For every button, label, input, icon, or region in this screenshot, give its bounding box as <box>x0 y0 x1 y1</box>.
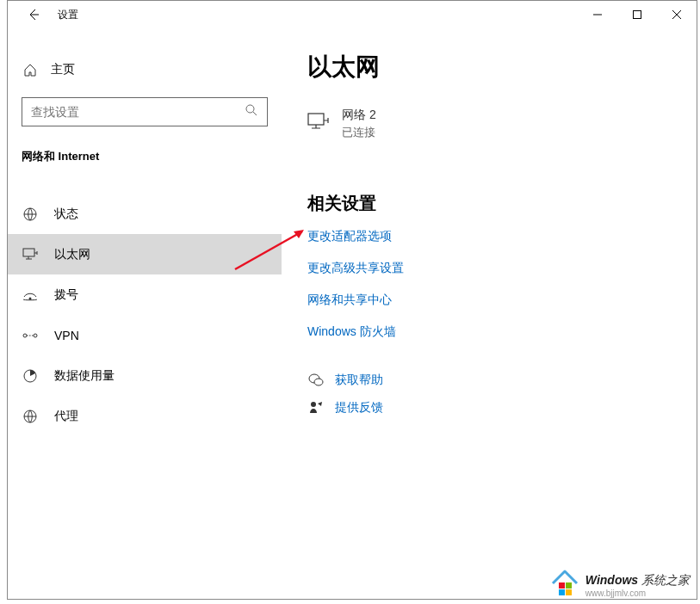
data-usage-icon <box>22 369 39 383</box>
watermark-title: Windows 系统之家 <box>585 573 690 589</box>
sidebar-item-label: 状态 <box>54 206 78 222</box>
link-network-sharing-center[interactable]: 网络和共享中心 <box>307 293 671 308</box>
related-settings-title: 相关设置 <box>307 192 671 215</box>
sidebar: 主页 网络和 Internet 状态 <box>8 28 282 599</box>
ethernet-icon <box>22 248 39 262</box>
home-button[interactable]: 主页 <box>8 54 282 85</box>
back-button[interactable] <box>16 1 51 28</box>
give-feedback-label: 提供反馈 <box>335 400 383 416</box>
sidebar-item-dialup[interactable]: 拨号 <box>8 274 282 315</box>
content-area: 主页 网络和 Internet 状态 <box>8 28 697 599</box>
settings-window: 设置 主页 <box>7 0 697 600</box>
page-title: 以太网 <box>307 51 671 83</box>
sidebar-item-vpn[interactable]: VPN <box>8 315 282 355</box>
search-icon <box>245 103 258 120</box>
svg-rect-17 <box>559 589 565 595</box>
sidebar-section-header: 网络和 Internet <box>8 142 282 178</box>
close-icon <box>672 10 681 19</box>
sidebar-item-proxy[interactable]: 代理 <box>8 396 282 436</box>
svg-point-11 <box>314 379 323 385</box>
back-arrow-icon <box>27 8 40 22</box>
search-box[interactable] <box>22 97 268 126</box>
link-windows-firewall[interactable]: Windows 防火墙 <box>307 324 671 340</box>
nav-list: 状态 以太网 拨号 V <box>8 194 282 436</box>
svg-point-4 <box>29 297 32 299</box>
svg-rect-18 <box>566 589 572 595</box>
titlebar: 设置 <box>8 1 697 28</box>
network-status: 已连接 <box>342 125 376 140</box>
get-help-label: 获取帮助 <box>335 373 383 388</box>
svg-point-5 <box>23 334 27 337</box>
home-label: 主页 <box>51 62 75 77</box>
help-icon <box>307 373 325 387</box>
minimize-icon <box>593 10 602 19</box>
svg-rect-3 <box>23 249 34 256</box>
sidebar-item-label: 代理 <box>54 409 78 424</box>
status-icon <box>22 207 39 221</box>
search-input[interactable] <box>31 105 245 119</box>
svg-rect-15 <box>559 582 565 589</box>
link-adapter-options[interactable]: 更改适配器选项 <box>307 229 671 244</box>
watermark-text: Windows 系统之家 www.bjjmlv.com <box>585 573 690 598</box>
feedback-icon <box>307 401 325 415</box>
ethernet-connected-icon <box>307 112 330 136</box>
link-advanced-sharing[interactable]: 更改高级共享设置 <box>307 261 671 276</box>
sidebar-item-ethernet[interactable]: 以太网 <box>8 234 282 274</box>
close-button[interactable] <box>657 1 697 28</box>
vpn-icon <box>22 330 39 342</box>
svg-rect-9 <box>308 114 324 125</box>
sidebar-item-label: 以太网 <box>54 247 90 262</box>
watermark-logo-icon <box>549 570 580 601</box>
window-controls <box>578 1 697 28</box>
network-name: 网络 2 <box>342 108 376 123</box>
sidebar-item-label: 拨号 <box>54 287 78 303</box>
dialup-icon <box>22 289 39 301</box>
proxy-icon <box>22 410 39 423</box>
network-item[interactable]: 网络 2 已连接 <box>307 108 671 140</box>
maximize-icon <box>633 10 641 19</box>
sidebar-item-status[interactable]: 状态 <box>8 194 282 234</box>
sidebar-item-data-usage[interactable]: 数据使用量 <box>8 355 282 396</box>
window-title: 设置 <box>58 8 78 22</box>
give-feedback-link[interactable]: 提供反馈 <box>307 400 671 416</box>
svg-rect-0 <box>634 11 641 19</box>
maximize-button[interactable] <box>617 1 657 28</box>
main-panel: 以太网 网络 2 已连接 相关设置 更改适配器选项 更改高级共享设置 网络和共享… <box>282 28 697 599</box>
watermark: Windows 系统之家 www.bjjmlv.com <box>549 570 690 601</box>
home-icon <box>22 63 39 77</box>
network-info: 网络 2 已连接 <box>342 108 376 140</box>
svg-point-12 <box>311 402 316 407</box>
watermark-url: www.bjjmlv.com <box>585 589 690 598</box>
svg-point-1 <box>246 105 254 113</box>
svg-point-6 <box>34 334 37 337</box>
sidebar-item-label: VPN <box>54 329 79 342</box>
svg-rect-16 <box>566 582 572 589</box>
get-help-link[interactable]: 获取帮助 <box>307 373 671 388</box>
sidebar-item-label: 数据使用量 <box>54 368 115 384</box>
minimize-button[interactable] <box>578 1 617 28</box>
